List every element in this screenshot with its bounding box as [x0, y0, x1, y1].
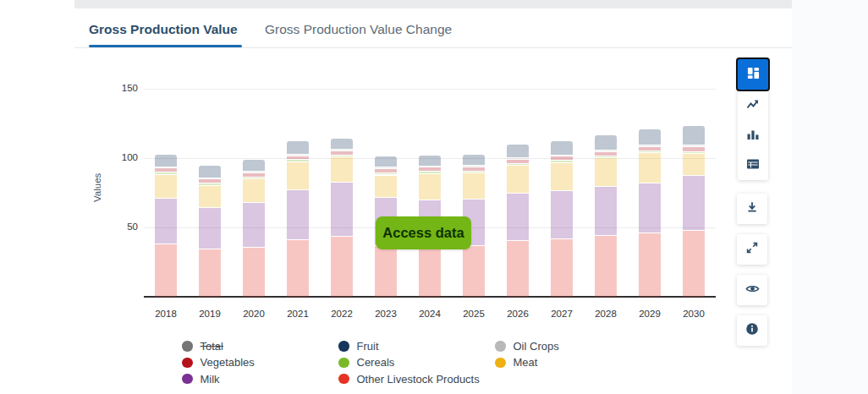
info-button[interactable] — [737, 315, 767, 346]
bar-segment[interactable] — [595, 150, 617, 152]
bar-segment[interactable] — [507, 145, 529, 158]
bar-segment[interactable] — [507, 166, 529, 194]
bar-segment[interactable] — [595, 135, 617, 150]
bar-segment[interactable] — [595, 187, 617, 235]
legend-item-fruit[interactable]: Fruit — [338, 340, 379, 353]
bar-segment[interactable] — [639, 233, 661, 297]
bar-segment[interactable] — [243, 178, 265, 179]
stacked-bar-2018[interactable] — [155, 155, 177, 297]
bar-segment[interactable] — [683, 147, 705, 152]
stacked-bar-2029[interactable] — [639, 129, 661, 297]
bar-segment[interactable] — [639, 153, 661, 183]
bar-segment[interactable] — [243, 173, 265, 178]
legend-item-vegetables[interactable]: Vegetables — [182, 356, 255, 369]
legend-item-meat[interactable]: Meat — [495, 356, 537, 369]
bar-segment[interactable] — [199, 178, 221, 180]
bar-segment[interactable] — [639, 183, 661, 233]
bar-segment[interactable] — [683, 152, 705, 154]
bar-segment[interactable] — [243, 172, 265, 173]
bar-segment[interactable] — [331, 150, 353, 151]
bar-segment[interactable] — [155, 168, 177, 172]
legend-item-other-livestock-products[interactable]: Other Livestock Products — [338, 373, 480, 386]
bar-segment[interactable] — [683, 176, 705, 231]
bar-segment[interactable] — [551, 191, 573, 239]
download-button[interactable] — [737, 194, 767, 224]
line-chart-view-button[interactable] — [738, 91, 768, 121]
bar-segment[interactable] — [331, 156, 353, 157]
bar-segment[interactable] — [155, 175, 177, 199]
legend-item-oil-crops[interactable]: Oil Crops — [495, 340, 559, 353]
bar-segment[interactable] — [419, 167, 441, 168]
bar-segment[interactable] — [375, 246, 397, 297]
bar-segment[interactable] — [155, 199, 177, 244]
stacked-bar-2022[interactable] — [331, 139, 353, 297]
bar-segment[interactable] — [199, 179, 221, 183]
bar-segment[interactable] — [419, 172, 441, 173]
legend-item-cereals[interactable]: Cereals — [338, 356, 394, 369]
bar-segment[interactable] — [331, 237, 353, 297]
stacked-bar-2019[interactable] — [199, 166, 221, 297]
bar-segment[interactable] — [199, 166, 221, 178]
bar-segment[interactable] — [463, 246, 485, 297]
bar-segment[interactable] — [199, 208, 221, 249]
bar-segment[interactable] — [331, 139, 353, 150]
bar-segment[interactable] — [199, 186, 221, 208]
bar-segment[interactable] — [507, 241, 529, 297]
bar-segment[interactable] — [507, 158, 529, 160]
stacked-bar-2028[interactable] — [595, 135, 617, 297]
bar-segment[interactable] — [199, 249, 221, 297]
bar-segment[interactable] — [287, 162, 309, 190]
bar-segment[interactable] — [375, 176, 397, 198]
bar-segment[interactable] — [463, 167, 485, 172]
bar-segment[interactable] — [419, 249, 441, 297]
bar-segment[interactable] — [375, 167, 397, 169]
stacked-bar-2027[interactable] — [551, 141, 573, 298]
bar-segment[interactable] — [287, 240, 309, 297]
bar-segment[interactable] — [463, 155, 485, 166]
bar-segment[interactable] — [331, 157, 353, 183]
bar-segment[interactable] — [419, 167, 441, 172]
bar-segment[interactable] — [551, 141, 573, 156]
bar-segment[interactable] — [551, 156, 573, 157]
bar-segment[interactable] — [551, 163, 573, 191]
expand-button[interactable] — [737, 234, 767, 265]
stacked-bar-2026[interactable] — [507, 145, 529, 297]
bar-segment[interactable] — [507, 164, 529, 166]
bar-segment[interactable] — [595, 156, 617, 158]
bar-segment[interactable] — [199, 183, 221, 185]
bar-segment[interactable] — [595, 158, 617, 187]
bar-segment[interactable] — [155, 172, 177, 174]
bar-segment[interactable] — [419, 156, 441, 167]
bar-segment[interactable] — [551, 156, 573, 161]
bar-segment[interactable] — [243, 160, 265, 172]
bar-segment[interactable] — [287, 141, 309, 155]
tab-gross-production-value[interactable]: Gross Production Value — [89, 22, 238, 37]
bar-segment[interactable] — [683, 154, 705, 176]
bar-segment[interactable] — [331, 151, 353, 156]
bar-segment[interactable] — [287, 155, 309, 156]
bar-segment[interactable] — [639, 145, 661, 147]
bar-segment[interactable] — [683, 145, 705, 147]
bar-segment[interactable] — [463, 172, 485, 173]
bar-chart-view-button[interactable] — [738, 121, 768, 150]
bar-segment[interactable] — [375, 173, 397, 175]
bar-segment[interactable] — [639, 151, 661, 153]
legend-item-milk[interactable]: Milk — [182, 373, 220, 386]
bar-segment[interactable] — [683, 231, 705, 297]
bar-segment[interactable] — [507, 160, 529, 164]
bar-segment[interactable] — [683, 126, 705, 145]
bar-segment[interactable] — [375, 169, 397, 173]
stacked-bar-2030[interactable] — [683, 126, 705, 297]
bar-segment[interactable] — [463, 173, 485, 200]
bar-segment[interactable] — [595, 236, 617, 297]
bar-segment[interactable] — [243, 248, 265, 297]
bar-segment[interactable] — [551, 239, 573, 297]
bar-segment[interactable] — [155, 155, 177, 167]
legend-item-total[interactable]: Total — [182, 340, 223, 353]
bar-segment[interactable] — [375, 156, 397, 167]
bar-segment[interactable] — [419, 174, 441, 200]
dashboard-view-button[interactable] — [736, 57, 770, 91]
bar-segment[interactable] — [287, 156, 309, 161]
bar-segment[interactable] — [331, 183, 353, 237]
bar-segment[interactable] — [243, 179, 265, 203]
